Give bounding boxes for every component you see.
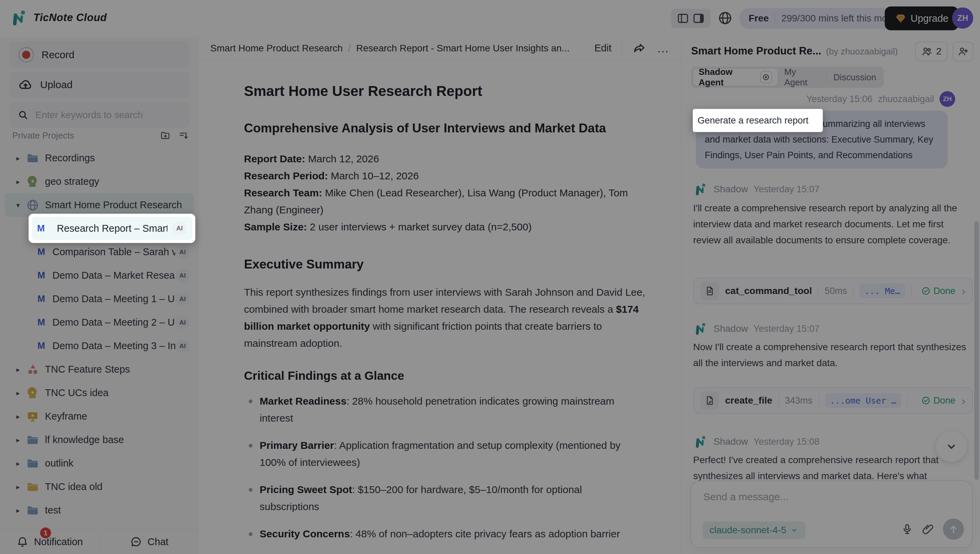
spotlight-sidebar-research-report[interactable]: M Research Report – Smart H... AI [29,214,195,243]
ai-badge: AI [172,222,187,235]
app-window: TicNote Cloud Free 299/300 mins left thi… [0,0,980,554]
tour-dim-overlay [0,0,980,554]
markdown-icon: M [37,223,52,234]
spotlight-generate-report-text[interactable]: Generate a research report [693,109,823,132]
